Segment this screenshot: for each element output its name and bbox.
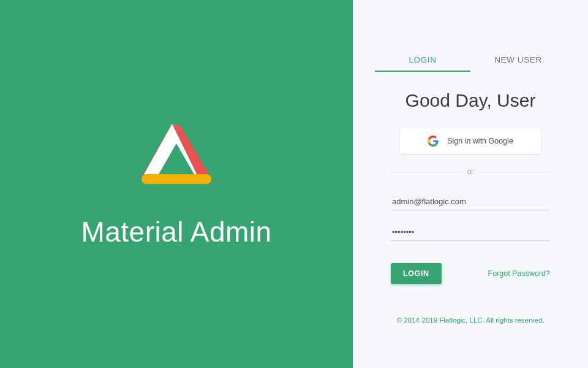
greeting-text: Good Day, User — [405, 90, 536, 111]
brand-title: Material Admin — [81, 215, 271, 248]
divider: or — [391, 167, 550, 176]
copyright-text: © 2014-2019 Flatlogic, LLC. All rights r… — [353, 316, 588, 324]
auth-panel: LOGIN NEW USER Good Day, User Sign in wi… — [353, 0, 588, 368]
tab-login[interactable]: LOGIN — [375, 49, 470, 72]
app-root: Material Admin LOGIN NEW USER Good Day, … — [0, 0, 588, 368]
login-button[interactable]: LOGIN — [391, 263, 442, 284]
google-signin-button[interactable]: Sign in with Google — [400, 128, 541, 154]
brand-panel: Material Admin — [0, 0, 353, 368]
divider-line-left — [391, 172, 461, 172]
google-icon — [428, 136, 439, 147]
auth-tabs: LOGIN NEW USER — [375, 49, 566, 72]
brand-logo-icon — [137, 120, 216, 191]
password-field[interactable] — [391, 224, 550, 241]
email-field[interactable] — [391, 193, 550, 210]
google-signin-label: Sign in with Google — [447, 137, 513, 145]
divider-line-right — [480, 172, 550, 172]
login-fields — [391, 193, 550, 241]
divider-text: or — [461, 167, 480, 176]
svg-rect-6 — [141, 174, 211, 184]
login-actions: LOGIN Forgot Password? — [391, 263, 550, 284]
tab-new-user[interactable]: NEW USER — [470, 49, 566, 72]
forgot-password-link[interactable]: Forgot Password? — [488, 269, 550, 278]
